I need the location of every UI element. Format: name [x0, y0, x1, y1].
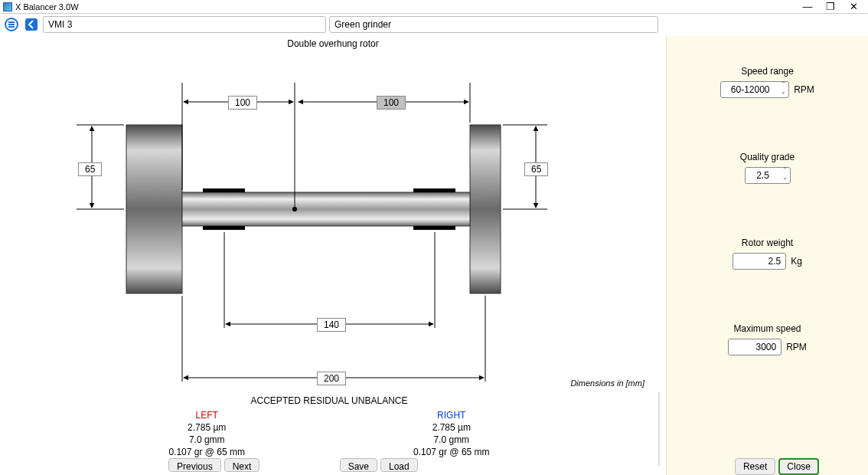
quality-grade-input[interactable] [745, 167, 791, 184]
quality-grade-label: Quality grade [667, 152, 868, 162]
diagram-title: Double overhung rotor [0, 35, 666, 52]
load-button[interactable]: Load [380, 458, 418, 472]
minimize-button[interactable]: — [796, 1, 819, 12]
save-button[interactable]: Save [340, 458, 377, 472]
max-speed-label: Maximum speed [667, 323, 868, 334]
svg-rect-4 [25, 18, 38, 31]
action-button-group: Reset Close [735, 458, 819, 475]
aru-title: ACCEPTED RESIDUAL UNBALANCE [0, 392, 658, 409]
chevron-left-icon [24, 18, 38, 31]
side-panel: Speed range RPM Quality grade Rotor weig… [666, 35, 868, 475]
project-field[interactable] [43, 16, 326, 33]
maximize-button[interactable]: ❐ [819, 1, 842, 12]
dim-top-left[interactable]: 100 [228, 96, 257, 110]
back-button[interactable] [23, 16, 40, 33]
nav-button-group: Previous Next [168, 458, 259, 472]
svg-rect-11 [413, 188, 455, 192]
aru-right-line2: 7.0 gmm [413, 434, 490, 446]
aru-right-line3: 0.107 gr @ 65 mm [413, 446, 490, 458]
titlebar: X Balancer 3.0W — ❐ ✕ [0, 0, 868, 14]
reset-button[interactable]: Reset [735, 458, 775, 475]
speed-range-label: Speed range [667, 66, 868, 77]
aru-right-line1: 2.785 µm [413, 421, 490, 434]
previous-button[interactable]: Previous [168, 458, 221, 472]
file-button-group: Save Load [340, 458, 418, 472]
dim-right-radius[interactable]: 65 [524, 162, 548, 176]
speed-range-unit: RPM [794, 84, 814, 95]
dim-total[interactable]: 200 [317, 372, 346, 385]
aru-left-line1: 2.785 µm [168, 421, 245, 434]
next-button[interactable]: Next [224, 458, 260, 472]
app-title: X Balancer 3.0W [15, 2, 796, 11]
max-speed-input[interactable] [728, 339, 782, 355]
svg-rect-12 [413, 226, 455, 230]
max-speed-unit: RPM [786, 342, 807, 352]
rotor-diagram: 100 100 65 65 140 200 [0, 52, 666, 389]
aru-left-header: LEFT [168, 409, 245, 421]
dim-bearing-span[interactable]: 140 [317, 318, 346, 332]
rotor-weight-unit: Kg [791, 256, 802, 267]
aru-right-header: RIGHT [413, 409, 490, 421]
aru-right-col: RIGHT 2.785 µm 7.0 gmm 0.107 gr @ 65 mm [413, 409, 490, 458]
speed-range-input[interactable] [720, 81, 789, 98]
dim-left-radius[interactable]: 65 [78, 162, 102, 176]
aru-left-col: LEFT 2.785 µm 7.0 gmm 0.107 gr @ 65 mm [168, 409, 245, 458]
machine-field[interactable] [329, 16, 658, 33]
svg-rect-9 [203, 188, 245, 192]
toolbar [0, 14, 868, 35]
svg-rect-5 [126, 125, 182, 293]
svg-rect-10 [203, 226, 245, 230]
rotor-weight-label: Rotor weight [667, 238, 868, 248]
app-icon [3, 2, 12, 11]
footer: ACCEPTED RESIDUAL UNBALANCE LEFT 2.785 µ… [0, 392, 660, 466]
hamburger-circle-icon [5, 18, 18, 31]
svg-rect-6 [470, 125, 501, 293]
aru-left-line3: 0.107 gr @ 65 mm [168, 446, 245, 458]
rotor-weight-input[interactable] [733, 253, 786, 270]
dimensions-note: Dimensions in [mm] [570, 378, 644, 388]
svg-rect-7 [182, 192, 470, 226]
aru-left-line2: 7.0 gmm [168, 434, 245, 446]
menu-button[interactable] [3, 16, 20, 33]
close-window-button[interactable]: ✕ [842, 1, 865, 12]
dim-top-right[interactable]: 100 [377, 96, 406, 110]
close-button[interactable]: Close [778, 458, 819, 475]
